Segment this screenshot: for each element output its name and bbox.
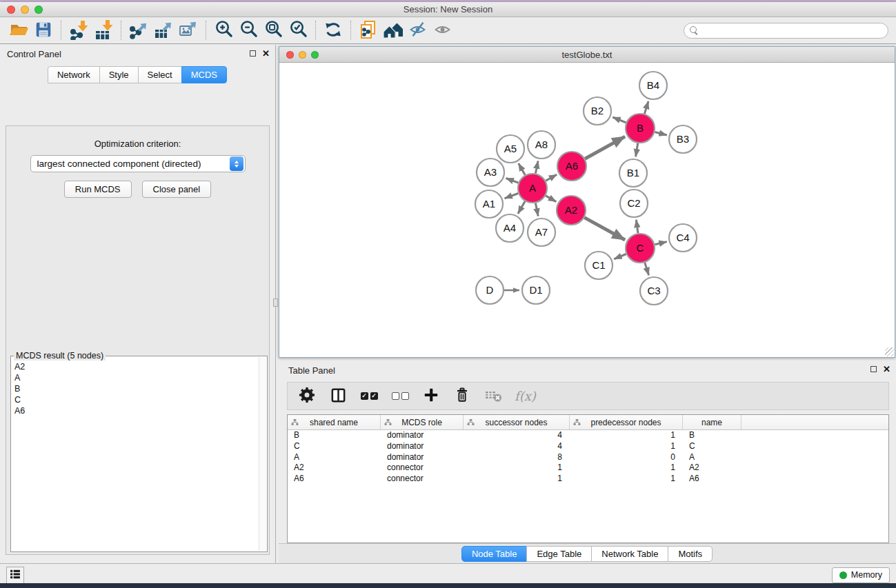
network-canvas[interactable]: B4B2BB3A5A8A6B1A3AA1C2A2A4A7C4CC1C3DD1 [279, 63, 895, 357]
tab-network-table[interactable]: Network Table [591, 546, 668, 562]
graph-node-label-D1: D1 [529, 284, 542, 296]
run-mcds-button[interactable]: Run MCDS [64, 181, 132, 198]
search-input[interactable] [702, 26, 888, 35]
hide-graphics-details-button[interactable] [406, 19, 430, 41]
save-session-button[interactable] [31, 19, 56, 41]
import-table-icon [93, 19, 114, 42]
graph-node-label-A2: A2 [565, 204, 577, 216]
close-panel-icon[interactable]: ✕ [262, 50, 270, 57]
toolbar-separator [350, 21, 351, 40]
zoom-window-button[interactable] [34, 6, 43, 14]
graph-edge-C-C2[interactable] [636, 220, 638, 233]
graph-edge-B-B4[interactable] [644, 101, 648, 114]
float-panel-icon[interactable] [250, 50, 256, 57]
graph-edge-B-B1[interactable] [636, 143, 638, 157]
network-close-button[interactable] [286, 51, 294, 59]
tab-edge-table[interactable]: Edge Table [526, 546, 592, 562]
graph-edge-B-B2[interactable] [613, 117, 626, 123]
trash-icon [454, 387, 470, 405]
mcds-result-item[interactable]: A [14, 372, 255, 383]
window-resize-grip[interactable] [885, 347, 894, 356]
tab-select[interactable]: Select [138, 66, 182, 83]
table-row[interactable]: Bdominator41B [288, 430, 888, 441]
refresh-network-button[interactable] [321, 19, 346, 41]
mcds-result-item[interactable]: A6 [14, 405, 255, 416]
column-header-successor-nodes[interactable]: successor nodes [464, 415, 570, 429]
open-session-button[interactable] [6, 19, 31, 41]
network-zoom-button[interactable] [311, 51, 319, 59]
criterion-dropdown[interactable]: largest connected component (directed) [30, 155, 246, 172]
table-row[interactable]: A6connector11A6 [288, 474, 888, 485]
mcds-result-item[interactable]: A2 [14, 361, 255, 372]
column-header-name[interactable]: name [683, 415, 741, 429]
add-column-button[interactable] [421, 387, 441, 406]
table-row[interactable]: Cdominator41C [288, 441, 888, 452]
graph-edge-A-A4[interactable] [518, 201, 525, 214]
toolbar-separator [121, 21, 121, 40]
tab-style[interactable]: Style [99, 66, 139, 83]
mcds-result-item[interactable]: C [14, 394, 255, 405]
column-header-shared-name[interactable]: shared name [288, 415, 381, 429]
zoom-out-button[interactable] [236, 19, 261, 41]
zoom-in-button[interactable] [211, 19, 236, 41]
show-panels-button[interactable] [6, 567, 24, 584]
export-table-button[interactable] [151, 19, 176, 41]
network-window-titlebar[interactable]: testGlobe.txt [279, 47, 895, 63]
graph-edge-A-A8[interactable] [535, 161, 538, 174]
column-header-predecessor-nodes[interactable]: predecessor nodes [570, 415, 683, 429]
import-table-button[interactable] [91, 19, 116, 41]
tab-node-table[interactable]: Node Table [461, 546, 528, 562]
graph-edge-A-A3[interactable] [506, 179, 519, 183]
mcds-result-item[interactable]: B [14, 383, 255, 394]
zoom-selected-button[interactable] [286, 19, 310, 41]
table-row[interactable]: A2connector11A2 [288, 463, 888, 474]
graph-node-label-C2: C2 [627, 197, 640, 209]
deselect-all-rows-button[interactable] [390, 387, 410, 406]
close-table-panel-icon[interactable]: ✕ [883, 365, 890, 373]
import-network-button[interactable] [66, 19, 91, 41]
zoom-fit-button[interactable] [261, 19, 286, 41]
graph-edge-A-A5[interactable] [519, 163, 526, 175]
table-row[interactable]: Adominator80A [288, 452, 888, 463]
home-view-button[interactable] [381, 19, 406, 41]
column-header-mcds-role[interactable]: MCDS role [381, 415, 464, 429]
result-scrollbar[interactable] [259, 357, 266, 551]
graph-edge-A-A1[interactable] [505, 194, 519, 199]
graph-edge-A-A7[interactable] [535, 203, 538, 216]
tab-motifs[interactable]: Motifs [668, 546, 713, 562]
graph-node-label-A3: A3 [484, 166, 497, 178]
import-network-icon [68, 19, 89, 42]
export-network-button[interactable] [126, 19, 151, 41]
graph-edge-C-C3[interactable] [645, 263, 649, 275]
network-minimize-button[interactable] [299, 51, 306, 59]
shared-column-icon [573, 418, 581, 428]
duplicate-network-button[interactable] [356, 19, 381, 41]
graph-edge-A6-B[interactable] [585, 136, 625, 159]
graph-edge-C-C1[interactable] [614, 254, 626, 259]
plus-icon [423, 387, 439, 405]
graph-edge-A-A6[interactable] [546, 174, 557, 181]
mcds-result-list: A2ABCA6 [11, 359, 258, 551]
toggle-column-view-button[interactable] [328, 387, 348, 406]
close-window-button[interactable] [7, 6, 15, 14]
show-graphics-details-button[interactable] [430, 19, 455, 41]
table-cell: 0 [570, 452, 683, 463]
table-cell: 1 [570, 430, 683, 441]
graph-edge-B-B3[interactable] [655, 132, 667, 136]
float-table-panel-icon[interactable] [870, 366, 877, 372]
table-settings-button[interactable] [297, 387, 317, 406]
tab-network[interactable]: Network [48, 66, 100, 83]
tab-mcds[interactable]: MCDS [181, 66, 227, 83]
graph-edge-A-A2[interactable] [546, 196, 556, 202]
delete-column-button[interactable] [452, 387, 472, 406]
search-icon [690, 26, 699, 35]
graph-edge-A2-C[interactable] [584, 218, 625, 240]
search-field[interactable] [684, 23, 888, 39]
graph-edge-C-C4[interactable] [655, 242, 666, 245]
minimize-window-button[interactable] [21, 6, 29, 14]
select-all-rows-button[interactable]: ✓✓ [359, 387, 379, 406]
close-panel-button[interactable]: Close panel [142, 181, 212, 198]
export-image-button[interactable] [176, 19, 201, 41]
panel-splitter-grip[interactable] [273, 298, 278, 307]
memory-button[interactable]: Memory [832, 567, 890, 583]
